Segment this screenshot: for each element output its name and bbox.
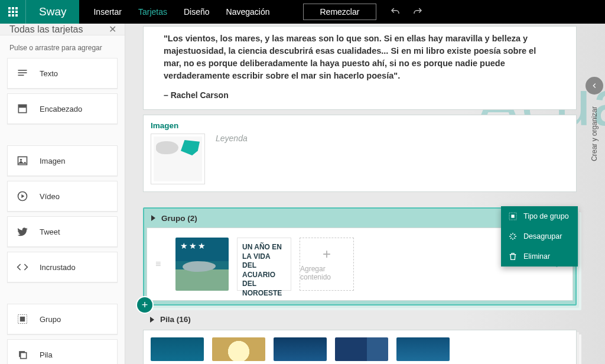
twitter-icon [16,225,29,238]
svg-rect-6 [8,14,11,17]
group-item-image[interactable]: ★★★ [175,238,229,291]
ctx-label: Desagrupar [523,232,562,240]
svg-rect-22 [511,214,514,217]
insert-card-button[interactable]: + [137,297,152,313]
card-type-text[interactable]: Texto [7,58,118,89]
ctx-label: Eliminar [523,252,550,261]
card-type-heading[interactable]: Encabezado [7,93,118,124]
collapse-rail-button[interactable] [586,77,603,95]
stack-thumb[interactable] [274,337,327,361]
group-type-icon [508,212,518,221]
card-type-list: Texto Encabezado Imagen Vídeo Tweet In [0,58,125,364]
storyline: "Los vientos, los mares, y las mareas so… [143,24,577,364]
card-type-video[interactable]: Vídeo [7,181,118,212]
svg-rect-11 [18,75,24,76]
svg-rect-18 [20,317,25,321]
card-type-group[interactable]: Grupo [7,304,118,334]
undo-button[interactable] [388,5,402,19]
redo-button[interactable] [411,5,425,19]
group-icon [16,313,29,326]
svg-rect-8 [15,14,18,17]
chevron-left-icon [590,82,599,90]
top-bar: Sway Insertar Tarjetas Diseño Navegación… [0,0,605,24]
add-content-button[interactable]: + Agregar contenido [300,238,354,291]
image-card[interactable]: Imagen Leyenda [143,115,577,192]
add-content-label: Agregar contenido [300,265,353,281]
group-item-title[interactable]: UN AÑO EN LA VIDA DEL ACUARIO DEL NOROES… [237,238,291,291]
app-launcher-button[interactable] [0,0,26,24]
undo-icon [390,6,401,17]
rail-label: Crear y organizar [590,106,599,161]
drag-handle-icon[interactable]: ≡ [155,259,162,269]
quote-author: – Rachel Carson [164,90,556,100]
text-icon [16,67,29,80]
svg-rect-13 [18,105,26,108]
stack-body[interactable] [143,330,577,364]
card-type-label: Tweet [40,228,60,236]
svg-rect-10 [18,72,27,73]
video-icon [16,190,29,203]
card-type-label: Vídeo [40,192,60,201]
stack-thumb[interactable] [212,337,265,361]
card-type-label: Imagen [40,157,65,165]
image-icon [16,154,29,167]
stack-header[interactable]: Pila (16) [143,313,577,326]
quote-card[interactable]: "Los vientos, los mares, y las mareas so… [143,26,577,110]
ctx-delete[interactable]: Eliminar [501,246,578,266]
menu-cards[interactable]: Tarjetas [138,7,167,17]
stack-thumb[interactable] [396,337,450,361]
card-type-tweet[interactable]: Tweet [7,216,118,247]
ctx-label: Tipo de grupo [523,212,569,220]
card-type-label: Texto [40,69,58,78]
sidebar-close-button[interactable]: ✕ [109,24,116,35]
card-type-stack[interactable]: Pila [7,339,118,364]
sidebar-title: Todas las tarjetas [9,24,83,35]
image-card-type-label: Imagen [151,121,569,130]
emphasis-stars-icon: ★★★ [180,241,207,251]
card-type-image[interactable]: Imagen [7,145,118,176]
svg-rect-4 [12,11,14,13]
app-name[interactable]: Sway [26,0,79,24]
stack-icon [16,348,29,361]
sidebar-header: Todas las tarjetas ✕ [0,24,125,35]
menu-insert[interactable]: Insertar [93,7,121,17]
svg-rect-20 [21,353,27,359]
card-type-embed[interactable]: Incrustado [7,252,118,282]
group-title: Grupo (2) [161,214,197,223]
disclosure-icon[interactable] [150,317,154,323]
group-context-menu: Tipo de grupo Desagrupar Eliminar [501,206,578,266]
quote-text: "Los vientos, los mares, y las mareas so… [164,32,556,82]
redo-icon [412,6,423,17]
plus-icon: + [323,247,331,261]
image-caption-placeholder[interactable]: Leyenda [216,134,248,143]
card-type-label: Encabezado [40,105,82,113]
main-menu: Insertar Tarjetas Diseño Navegación Reme… [79,0,376,24]
menu-remix[interactable]: Remezclar [303,4,377,20]
svg-rect-9 [18,70,27,71]
stack-thumb[interactable] [151,337,204,361]
ctx-group-type[interactable]: Tipo de grupo [501,206,578,226]
svg-rect-1 [12,7,14,9]
history-controls [388,0,425,24]
cards-sidebar: Todas las tarjetas ✕ Pulse o arrastre pa… [0,24,125,364]
storyline-canvas[interactable]: Acuar Crear y organizar "Los vientos, lo… [125,24,605,364]
svg-rect-5 [15,11,18,13]
right-rail: Crear y organizar [584,24,605,364]
svg-rect-0 [8,7,11,9]
image-thumbnail[interactable] [151,134,205,184]
main-area: Todas las tarjetas ✕ Pulse o arrastre pa… [0,24,605,364]
group-card[interactable]: Grupo (2) ≡ ★★★ UN AÑO EN LA VIDA DEL AC… [143,207,577,306]
ungroup-icon [508,232,518,241]
svg-rect-7 [12,14,14,17]
stack-thumb[interactable] [335,337,388,361]
sidebar-hint: Pulse o arrastre para agregar [0,35,125,58]
svg-rect-3 [8,11,11,13]
card-type-label: Incrustado [40,263,76,272]
card-type-label: Pila [40,350,53,359]
ctx-ungroup[interactable]: Desagrupar [501,226,578,246]
svg-rect-2 [15,7,18,9]
menu-navigation[interactable]: Navegación [226,7,270,17]
stack-title: Pila (16) [160,315,191,324]
disclosure-icon[interactable] [151,215,155,221]
menu-design[interactable]: Diseño [184,7,210,17]
